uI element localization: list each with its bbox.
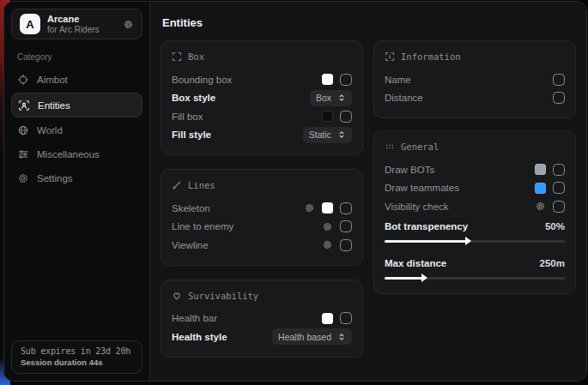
viewline-checkbox[interactable]	[340, 239, 352, 251]
color-swatch[interactable]	[322, 202, 333, 214]
fill-box-checkbox[interactable]	[340, 111, 352, 123]
brand-subtitle: for Arc Riders	[47, 25, 116, 35]
gear-icon	[17, 172, 29, 184]
setting-row-health-bar: Health bar	[172, 310, 352, 328]
sidebar-item-label: World	[37, 125, 63, 135]
lines-section: Lines Skeleton Line to enemy	[161, 169, 363, 266]
bounding-box-checkbox[interactable]	[340, 74, 352, 86]
heart-icon	[172, 291, 182, 301]
gear-icon[interactable]	[304, 202, 315, 214]
setting-row-distance: Distance	[385, 89, 565, 108]
chevrons-up-down-icon	[337, 130, 346, 139]
brand-title: Arcane	[47, 14, 116, 25]
grid-dots-icon	[385, 141, 395, 152]
brand-text: Arcane for Arc Riders	[47, 14, 116, 34]
box-style-dropdown[interactable]: Box	[310, 90, 352, 106]
sidebar-item-miscellaneous[interactable]: Miscellaneous	[11, 142, 142, 166]
box-section: Box Bounding box Box style Box	[161, 40, 363, 155]
sidebar-item-label: Miscellaneous	[37, 149, 100, 159]
setting-row-bounding-box: Bounding box	[172, 70, 352, 89]
section-title: Survivability	[188, 291, 258, 301]
setting-row-fill-box: Fill box	[172, 107, 352, 126]
bot-transparency-value: 50%	[545, 221, 565, 232]
name-checkbox[interactable]	[553, 74, 565, 86]
general-section: General Draw BOTs Draw teammates	[373, 130, 576, 294]
bot-transparency-setting: Bot transpenency 50%	[385, 218, 565, 243]
brand-card: A Arcane for Arc Riders	[11, 9, 142, 39]
chevrons-up-down-icon	[337, 93, 346, 102]
skeleton-checkbox[interactable]	[340, 202, 352, 214]
sliders-icon	[17, 148, 29, 160]
slider-thumb[interactable]	[465, 237, 471, 245]
info-scan-icon	[385, 51, 395, 62]
fill-style-dropdown[interactable]: Static	[303, 127, 352, 143]
session-duration-text: Session duration 44s	[21, 358, 133, 367]
gear-icon[interactable]	[535, 201, 546, 212]
health-bar-checkbox[interactable]	[340, 312, 352, 324]
main-panel: Entities Box Bounding box	[150, 2, 586, 381]
color-swatch[interactable]	[322, 111, 333, 122]
gear-icon[interactable]	[123, 19, 134, 30]
slider-thumb[interactable]	[421, 274, 427, 282]
page-title: Entities	[162, 16, 576, 29]
subscription-status-card: Sub expires in 23d 20h Session duration …	[11, 340, 142, 374]
line-to-enemy-checkbox[interactable]	[340, 220, 352, 232]
scan-brackets-icon	[172, 51, 182, 62]
information-section: Information Name Distance	[373, 40, 576, 118]
setting-row-draw-bots: Draw BOTs	[385, 160, 565, 179]
survivability-section: Survivability Health bar Health style He…	[161, 280, 363, 358]
section-title: Information	[401, 51, 461, 62]
chevrons-up-down-icon	[337, 333, 346, 341]
setting-row-line-to-enemy: Line to enemy	[172, 218, 352, 237]
section-title: Box	[188, 51, 204, 62]
bot-transparency-slider[interactable]	[385, 240, 565, 243]
gear-icon[interactable]	[322, 221, 333, 232]
gear-icon[interactable]	[322, 239, 333, 250]
setting-row-fill-style: Fill style Static	[172, 126, 352, 145]
section-title: Lines	[188, 180, 215, 190]
person-scan-icon	[18, 99, 30, 111]
draw-bots-checkbox[interactable]	[553, 164, 565, 176]
sidebar-item-label: Settings	[37, 173, 73, 183]
sidebar-item-label: Aimbot	[37, 75, 68, 85]
setting-row-skeleton: Skeleton	[172, 199, 352, 218]
app-window: A Arcane for Arc Riders Category Aimbot	[3, 1, 587, 382]
sidebar-item-label: Entities	[38, 100, 70, 111]
visibility-check-checkbox[interactable]	[553, 201, 565, 213]
setting-row-draw-teammates: Draw teammates	[385, 179, 565, 198]
max-distance-value: 250m	[540, 258, 565, 268]
setting-row-name: Name	[385, 70, 565, 89]
distance-checkbox[interactable]	[553, 92, 565, 104]
globe-icon	[17, 124, 29, 136]
setting-row-viewline: Viewline	[172, 236, 352, 255]
diagonal-line-icon	[172, 180, 182, 190]
setting-row-health-style: Health style Health based	[172, 328, 352, 346]
brand-logo-icon: A	[20, 14, 40, 34]
section-title: General	[401, 141, 439, 152]
sidebar: A Arcane for Arc Riders Category Aimbot	[4, 2, 150, 381]
draw-teammates-checkbox[interactable]	[553, 182, 565, 194]
color-swatch[interactable]	[322, 74, 333, 85]
sidebar-nav: Aimbot Entities World	[11, 68, 142, 190]
max-distance-setting: Max distance 250m	[385, 255, 565, 280]
category-label: Category	[17, 52, 142, 62]
setting-row-visibility-check: Visibility check	[385, 197, 565, 216]
setting-row-box-style: Box style Box	[172, 89, 352, 108]
crosshair-icon	[17, 74, 29, 86]
sub-expiry-text: Sub expires in 23d 20h	[21, 346, 133, 356]
health-style-dropdown[interactable]: Health based	[272, 328, 352, 345]
max-distance-slider[interactable]	[385, 277, 565, 280]
sidebar-item-world[interactable]: World	[11, 118, 142, 142]
sidebar-item-entities[interactable]: Entities	[11, 93, 142, 117]
sidebar-item-aimbot[interactable]: Aimbot	[11, 68, 142, 92]
color-swatch[interactable]	[322, 313, 333, 324]
sidebar-item-settings[interactable]: Settings	[11, 166, 142, 190]
color-swatch[interactable]	[535, 164, 546, 175]
color-swatch[interactable]	[535, 183, 546, 194]
